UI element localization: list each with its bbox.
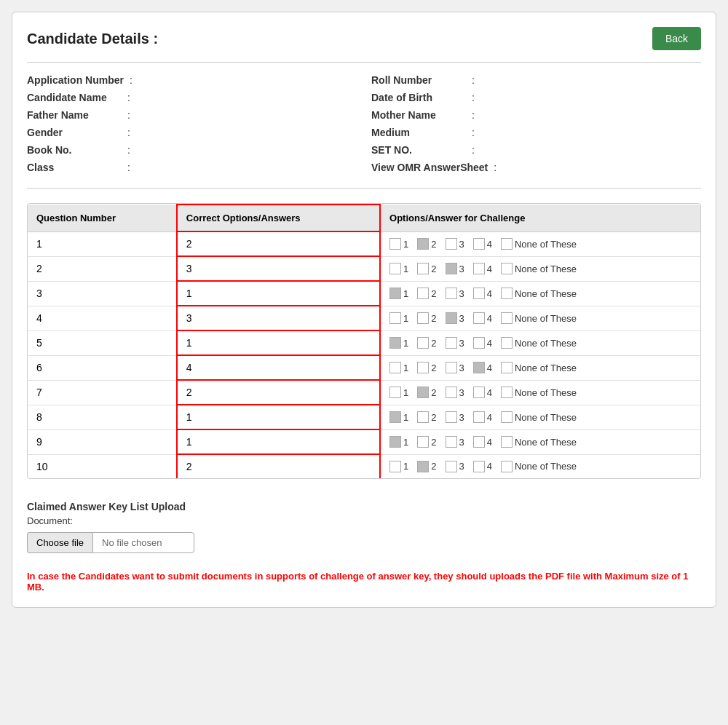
option-checkbox[interactable]: [501, 362, 513, 373]
option-group-1: 2: [417, 362, 436, 373]
option-checkbox[interactable]: [389, 288, 401, 299]
info-label: Class: [27, 162, 122, 173]
option-label: 2: [431, 239, 436, 250]
option-checkbox[interactable]: [473, 238, 485, 250]
option-checkbox[interactable]: [417, 312, 429, 324]
option-checkbox[interactable]: [417, 411, 429, 423]
info-label: Candidate Name: [27, 92, 122, 103]
option-checkbox[interactable]: [389, 263, 401, 274]
option-checkbox[interactable]: [417, 263, 429, 274]
option-checkbox[interactable]: [417, 362, 429, 373]
table-row: 1021234None of These: [28, 454, 700, 478]
option-checkbox[interactable]: [389, 436, 401, 448]
option-checkbox[interactable]: [473, 312, 485, 324]
option-checkbox[interactable]: [473, 337, 485, 349]
option-checkbox[interactable]: [446, 238, 457, 250]
option-label: 3: [459, 461, 464, 472]
option-checkbox[interactable]: [389, 362, 401, 373]
option-checkbox[interactable]: [501, 387, 513, 398]
option-checkbox[interactable]: [446, 288, 457, 299]
option-checkbox[interactable]: [446, 337, 457, 349]
option-group-0: 1: [389, 436, 408, 448]
option-label: 2: [431, 362, 436, 373]
option-checkbox[interactable]: [473, 387, 485, 398]
table-row: 721234None of These: [28, 380, 700, 405]
option-group-2: 3: [446, 337, 464, 349]
info-label: SET NO.: [371, 144, 466, 156]
option-checkbox[interactable]: [417, 238, 429, 250]
option-checkbox[interactable]: [473, 411, 485, 423]
option-checkbox[interactable]: [417, 436, 429, 448]
correct-answer-cell: 4: [177, 355, 380, 380]
option-checkbox[interactable]: [446, 411, 457, 423]
option-group-3: 4: [473, 387, 492, 398]
option-checkbox[interactable]: [417, 288, 429, 299]
option-checkbox[interactable]: [446, 312, 457, 324]
none-of-these-label: None of These: [515, 288, 577, 299]
option-checkbox[interactable]: [446, 436, 457, 448]
option-label: 1: [403, 412, 408, 423]
option-label: 4: [487, 461, 492, 472]
option-label: 2: [431, 338, 436, 349]
none-of-these-label: None of These: [515, 387, 577, 398]
option-checkbox[interactable]: [501, 312, 513, 324]
info-row-right-4: SET NO.:: [371, 144, 701, 156]
option-checkbox[interactable]: [389, 411, 401, 423]
option-label: 3: [459, 264, 464, 274]
info-row-right-3: Medium:: [371, 127, 701, 138]
option-checkbox[interactable]: [446, 387, 457, 398]
info-colon: :: [472, 127, 475, 138]
option-checkbox[interactable]: [389, 461, 401, 472]
option-checkbox[interactable]: [501, 337, 513, 349]
table-row: 641234None of These: [28, 355, 700, 380]
question-number-cell: 7: [28, 380, 177, 405]
option-checkbox[interactable]: [446, 461, 457, 472]
option-group-4: None of These: [501, 288, 577, 299]
option-group-2: 3: [446, 288, 464, 299]
option-checkbox[interactable]: [446, 263, 457, 274]
option-checkbox[interactable]: [389, 337, 401, 349]
info-row-right-5: View OMR AnswerSheet:: [371, 162, 701, 173]
table-row: 911234None of These: [28, 429, 700, 454]
option-checkbox[interactable]: [389, 312, 401, 324]
table-wrapper[interactable]: Question Number Correct Options/Answers …: [28, 204, 700, 478]
options-cell: 1234None of These: [380, 355, 700, 380]
back-button[interactable]: Back: [652, 27, 701, 50]
option-checkbox[interactable]: [473, 362, 485, 373]
question-number-cell: 10: [28, 454, 177, 478]
option-group-1: 2: [417, 263, 436, 274]
option-group-3: 4: [473, 337, 492, 349]
option-checkbox[interactable]: [501, 411, 513, 423]
choose-file-button[interactable]: Choose file: [27, 532, 92, 553]
info-colon: :: [127, 162, 130, 173]
option-checkbox[interactable]: [446, 362, 457, 373]
option-checkbox[interactable]: [473, 288, 485, 299]
option-group-4: None of These: [501, 436, 577, 448]
info-colon: :: [127, 127, 130, 138]
option-checkbox[interactable]: [417, 387, 429, 398]
option-checkbox[interactable]: [501, 263, 513, 274]
info-row-left-0: Application Number:: [27, 74, 357, 86]
option-checkbox[interactable]: [417, 461, 429, 472]
options-cell: 1234None of These: [380, 380, 700, 405]
option-checkbox[interactable]: [501, 436, 513, 448]
option-checkbox[interactable]: [389, 387, 401, 398]
option-label: 2: [431, 313, 436, 324]
option-label: 3: [459, 387, 464, 398]
option-label: 1: [403, 264, 408, 274]
none-of-these-label: None of These: [515, 239, 577, 250]
info-colon: :: [130, 74, 132, 86]
option-checkbox[interactable]: [501, 288, 513, 299]
info-row-left-2: Father Name:: [27, 109, 357, 121]
info-colon: :: [472, 144, 475, 156]
option-checkbox[interactable]: [473, 461, 485, 472]
option-checkbox[interactable]: [389, 238, 401, 250]
option-checkbox[interactable]: [501, 461, 513, 472]
option-checkbox[interactable]: [473, 436, 485, 448]
option-group-1: 2: [417, 411, 436, 423]
option-checkbox[interactable]: [501, 238, 513, 250]
option-label: 2: [431, 264, 436, 274]
correct-answer-cell: 1: [177, 429, 380, 454]
option-checkbox[interactable]: [473, 263, 485, 274]
option-checkbox[interactable]: [417, 337, 429, 349]
